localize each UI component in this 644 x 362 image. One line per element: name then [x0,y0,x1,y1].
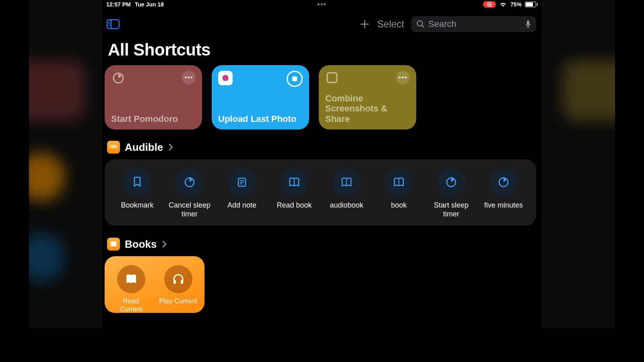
shortcut-tile-combine-screenshots[interactable]: ••• Combine Screenshots & Share [319,65,416,130]
tile-label: Start Pomodoro [111,114,196,124]
status-date: Tue Jun 18 [135,1,164,8]
screen-recording-indicator[interactable] [483,1,496,8]
multitasking-dots-icon[interactable]: ••• [318,1,327,8]
chevron-right-icon [161,240,167,248]
square-icon [325,71,340,85]
timer-icon [111,71,126,85]
tile-more-button[interactable]: ••• [182,71,196,84]
tile-label: Combine Screenshots & Share [325,93,410,124]
headphones-icon [164,265,192,293]
audible-action-bookmark[interactable]: Bookmark [113,168,162,218]
audible-action-five-minutes[interactable]: five minutes [479,168,528,218]
audible-action-audiobook[interactable]: audiobook [322,168,371,218]
action-label: five minutes [484,201,523,210]
svg-line-8 [422,25,424,27]
timer-icon [489,168,518,196]
svg-rect-9 [527,21,529,25]
svg-rect-21 [327,73,337,82]
audible-action-start-sleep-timer[interactable]: Start sleep timer [427,168,476,218]
audible-action-cancel-sleep-timer[interactable]: Cancel sleep timer [165,168,214,218]
search-field[interactable]: Search [411,16,536,32]
bookmark-icon [123,168,151,196]
timer-icon [175,168,204,196]
toggle-sidebar-button[interactable] [106,19,120,30]
dictation-icon[interactable] [525,20,531,29]
audible-action-read-book[interactable]: Read book [270,168,319,218]
section-title: Books [125,238,157,251]
section-header-audible[interactable]: Audible [107,141,536,154]
tile-label: Upload Last Photo [218,114,303,124]
page-title: All Shortcuts [108,40,536,60]
books-app-icon [107,238,120,251]
action-label: Bookmark [121,201,153,210]
svg-rect-33 [181,280,183,284]
action-label: Add note [227,201,256,210]
wifi-icon [499,2,507,7]
shortcut-tile-start-pomodoro[interactable]: ••• Start Pomodoro [105,65,202,130]
tile-more-button[interactable]: ••• [396,71,410,84]
status-bar: 12:57 PM Tue Jun 18 ••• 75% [102,0,542,9]
action-label: book [391,201,407,210]
book-icon [385,168,413,196]
note-icon [228,168,256,196]
action-label: Read book [277,201,312,210]
section-header-books[interactable]: Books [107,238,536,251]
toolbar: Select Search [102,9,542,35]
status-time: 12:57 PM [106,1,131,8]
book-icon [332,168,361,196]
audible-app-icon [107,141,120,154]
select-button[interactable]: Select [377,19,404,30]
svg-rect-32 [173,280,176,284]
audible-actions-panel: Bookmark Cancel sleep timer Add note Rea… [105,159,536,226]
shortcut-tiles: ••• Start Pomodoro [105,65,536,130]
action-label: Start sleep timer [427,201,476,218]
action-label: Play Current [159,297,197,305]
timer-icon [437,168,465,196]
books-action-read-current[interactable]: Read Current [111,265,151,313]
audible-action-book[interactable]: book [374,168,423,218]
svg-point-1 [489,4,490,5]
books-action-play-current[interactable]: Play Current [158,265,198,313]
chevron-right-icon [168,143,173,151]
add-shortcut-button[interactable] [359,19,370,29]
action-label: audiobook [330,201,363,210]
running-stop-button[interactable] [287,71,303,87]
search-icon [416,20,425,29]
battery-icon [525,2,538,7]
books-shortcut-tile[interactable]: Read Current Play Current [105,256,204,313]
search-placeholder: Search [428,19,525,29]
action-label: Read Current [111,297,151,313]
section-title: Audible [125,141,163,154]
book-icon [117,265,145,293]
photos-app-icon [218,71,233,85]
book-icon [280,168,308,196]
audible-action-add-note[interactable]: Add note [217,168,266,218]
shortcut-tile-upload-last-photo[interactable]: Upload Last Photo [212,65,309,130]
action-label: Cancel sleep timer [165,201,214,218]
battery-percent: 75% [510,1,522,8]
